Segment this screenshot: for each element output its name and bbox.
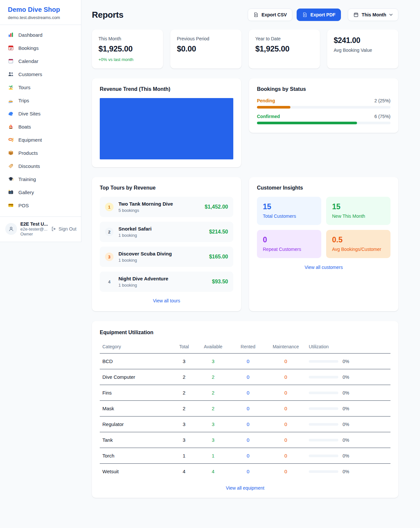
avatar xyxy=(5,223,17,235)
sidebar-item-label: Equipment xyxy=(18,137,42,143)
sidebar-item-training[interactable]: Training xyxy=(0,173,81,186)
sidebar-item-label: Discounts xyxy=(18,163,40,169)
tour-bookings: 1 booking xyxy=(118,258,172,263)
bar-chart-icon xyxy=(8,32,14,38)
insights-row: Top Tours by Revenue 1 Two Tank Morning … xyxy=(92,177,398,311)
tour-name: Night Dive Adventure xyxy=(118,276,168,281)
cell-available: 1 xyxy=(196,448,230,464)
insight-value: 0 xyxy=(263,235,315,244)
file-download-icon xyxy=(253,12,259,17)
sidebar-item-dashboard[interactable]: Dashboard xyxy=(0,28,81,41)
export-pdf-button[interactable]: Export PDF xyxy=(297,9,341,21)
tour-name: Snorkel Safari xyxy=(118,226,152,232)
insight-label: Repeat Customers xyxy=(263,247,315,252)
table-row: Dive Computer 2 2 0 0 0% xyxy=(100,369,390,385)
table-row: Torch 1 1 0 0 0% xyxy=(100,448,390,464)
utilization-percent: 0% xyxy=(343,453,349,458)
cell-total: 3 xyxy=(173,354,196,369)
cell-available: 2 xyxy=(196,369,230,385)
top-tours-title: Top Tours by Revenue xyxy=(100,185,233,191)
equipment-table: Category Total Available Rented Maintena… xyxy=(100,341,390,479)
sidebar-item-customers[interactable]: Customers xyxy=(0,68,81,81)
cell-rented: 0 xyxy=(231,385,265,401)
cell-total: 2 xyxy=(173,401,196,416)
main-content: Reports Export CSV Export PDF This Month… xyxy=(81,0,420,511)
shop-domain: demo.test.divestreams.com xyxy=(8,15,73,20)
revenue-trend-chart xyxy=(100,98,233,159)
sidebar-item-calendar[interactable]: Calendar xyxy=(0,54,81,68)
tour-name: Two Tank Morning Dive xyxy=(118,201,173,207)
sidebar-item-bookings[interactable]: 17 Bookings xyxy=(0,41,81,54)
insight-tile-avg-bookings: 0.5 Avg Bookings/Customer xyxy=(326,230,390,258)
column-header-total: Total xyxy=(173,341,196,354)
sign-out-label: Sign Out xyxy=(59,226,76,232)
cell-category: Fins xyxy=(100,385,173,401)
sidebar-item-label: Training xyxy=(18,176,36,182)
view-all-customers-link[interactable]: View all customers xyxy=(257,265,390,270)
export-csv-button[interactable]: Export CSV xyxy=(248,9,292,21)
user-role: Owner xyxy=(20,232,48,236)
utilization-percent: 0% xyxy=(343,422,349,427)
stat-label: Year to Date xyxy=(255,36,313,41)
status-progress-fill xyxy=(257,106,290,109)
utilization-percent: 0% xyxy=(343,359,349,364)
view-all-tours-link[interactable]: View all tours xyxy=(100,298,233,303)
revenue-trend-title: Revenue Trend (This Month) xyxy=(100,86,233,92)
cell-available: 4 xyxy=(196,464,230,479)
insight-value: 15 xyxy=(332,202,385,211)
sidebar-item-boats[interactable]: Boats xyxy=(0,120,81,133)
sidebar-item-label: Tours xyxy=(18,85,31,90)
cell-maintenance: 0 xyxy=(265,464,306,479)
utilization-bar xyxy=(309,376,338,378)
sidebar-item-tours[interactable]: Tours xyxy=(0,81,81,94)
user-info: E2E Test U... e2e-tester@... Owner xyxy=(20,221,48,236)
tag-icon xyxy=(8,163,14,169)
camera-icon xyxy=(8,189,14,195)
cell-total: 1 xyxy=(173,448,196,464)
speedboat-icon xyxy=(8,97,14,103)
person-icon xyxy=(8,226,14,232)
stat-delta: +0% vs last month xyxy=(98,57,157,62)
sign-out-button[interactable]: Sign Out xyxy=(51,226,76,232)
sidebar-item-gallery[interactable]: Gallery xyxy=(0,186,81,199)
page-header: Reports Export CSV Export PDF This Month xyxy=(92,9,398,21)
graduation-cap-icon xyxy=(8,176,14,182)
sidebar-item-trips[interactable]: Trips xyxy=(0,94,81,107)
utilization-bar xyxy=(309,423,338,426)
tour-list-item: 3 Discover Scuba Diving 1 booking $165.0… xyxy=(100,247,233,267)
cell-category: Tank xyxy=(100,432,173,448)
utilization-percent: 0% xyxy=(343,437,349,443)
column-header-maintenance: Maintenance xyxy=(265,341,306,354)
cell-available: 2 xyxy=(196,385,230,401)
stat-value: $241.00 xyxy=(334,36,392,45)
utilization-bar xyxy=(309,455,338,457)
sailboat-icon xyxy=(8,124,14,130)
cell-maintenance: 0 xyxy=(265,448,306,464)
cell-total: 3 xyxy=(173,432,196,448)
utilization-bar xyxy=(309,392,338,394)
period-dropdown[interactable]: This Month xyxy=(348,9,398,21)
sidebar-item-label: Gallery xyxy=(18,190,34,195)
stat-value: $0.00 xyxy=(177,44,235,53)
insight-label: Total Customers xyxy=(263,213,315,219)
sidebar-item-equipment[interactable]: Equipment xyxy=(0,133,81,146)
rank-badge: 4 xyxy=(105,277,114,286)
sidebar: Demo Dive Shop demo.test.divestreams.com… xyxy=(0,0,81,242)
table-row: BCD 3 3 0 0 0% xyxy=(100,354,390,369)
user-email: e2e-tester@... xyxy=(20,227,48,232)
utilization-percent: 0% xyxy=(343,375,349,380)
sidebar-item-label: Dashboard xyxy=(18,32,42,38)
sidebar-item-dive-sites[interactable]: Dive Sites xyxy=(0,107,81,120)
stat-label: This Month xyxy=(98,36,157,41)
stat-card-avg-booking-value: $241.00 Avg Booking Value xyxy=(327,30,398,69)
sidebar-item-products[interactable]: Products xyxy=(0,146,81,159)
tour-bookings: 5 bookings xyxy=(118,208,173,213)
sidebar-item-pos[interactable]: POS xyxy=(0,199,81,212)
shop-name[interactable]: Demo Dive Shop xyxy=(8,6,73,13)
sidebar-item-discounts[interactable]: Discounts xyxy=(0,159,81,173)
sidebar-item-label: Bookings xyxy=(18,45,39,51)
view-all-equipment-link[interactable]: View all equipment xyxy=(100,485,390,491)
cell-total: 3 xyxy=(173,416,196,432)
stat-label: Previous Period xyxy=(177,36,235,41)
wave-icon xyxy=(8,111,14,116)
